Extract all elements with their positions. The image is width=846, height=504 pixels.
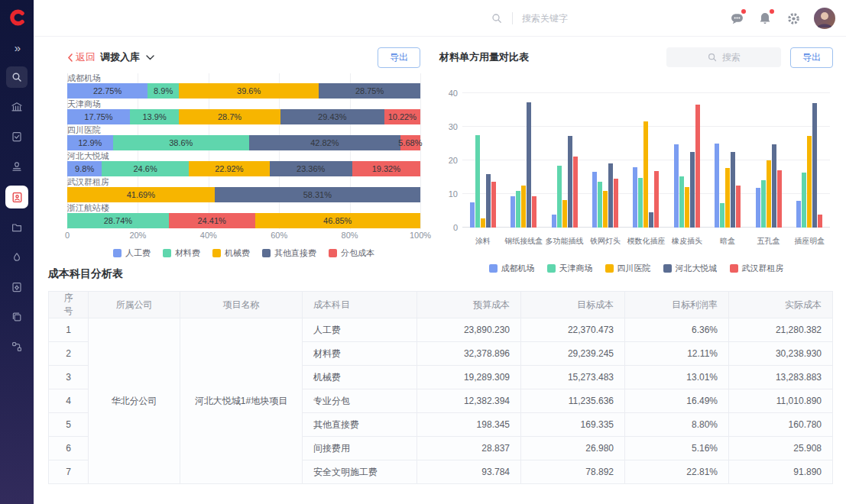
bar [756, 188, 760, 228]
bar [557, 166, 562, 228]
legend-item[interactable]: 机械费 [212, 247, 250, 259]
clipboard-gear-icon [11, 281, 23, 293]
sidebar-item-search[interactable] [6, 66, 28, 88]
legend-label: 材料费 [175, 247, 200, 259]
bar-segment: 23.36% [270, 161, 352, 176]
brand-c-icon [7, 8, 27, 27]
table-cell: 93.784 [417, 460, 521, 484]
bar [772, 144, 776, 228]
table-header-row: 序号所属公司项目名称成本科目预算成本目标成本目标利润率实际成本 [49, 292, 833, 318]
bar-segment: 46.85% [255, 213, 420, 228]
bar [633, 167, 637, 228]
clipboard-user-icon [11, 191, 24, 204]
sidebar-item-workflow[interactable] [6, 336, 28, 357]
settings-button[interactable] [786, 11, 801, 26]
table-cell: 28.837 [417, 437, 521, 460]
global-search[interactable]: 搜索关键字 [491, 0, 568, 37]
category-label: 天津商场 [67, 99, 420, 109]
sidebar-item-clipboard-check[interactable] [6, 126, 28, 147]
legend-swatch [163, 249, 171, 257]
sidebar-item-stamp[interactable] [6, 156, 28, 177]
column-header: 目标成本 [521, 292, 625, 318]
bar-segment: 28.74% [67, 213, 169, 228]
legend-swatch [212, 249, 221, 257]
chevron-down-icon[interactable] [146, 55, 154, 60]
bar [649, 212, 653, 228]
material-panel-header: 材料单方用量对比表 搜索 导出 [439, 46, 833, 69]
bar-segment: 19.32% [352, 161, 420, 176]
bar-group [585, 93, 625, 228]
bar-group [748, 93, 789, 228]
table-cell: 7 [49, 460, 89, 484]
table-cell: 11,235.636 [521, 389, 625, 413]
table-cell: 91.890 [729, 460, 833, 484]
bar-segment: 39.6% [179, 83, 319, 99]
bar [491, 182, 496, 228]
bar [638, 178, 643, 228]
legend-item[interactable]: 分包成本 [329, 247, 374, 259]
x-tick-label: 多功能插线 [544, 231, 585, 246]
app-root: » [0, 0, 846, 504]
transfer-export-button[interactable]: 导出 [378, 47, 420, 68]
notifications-button[interactable] [757, 11, 773, 26]
material-panel: 材料单方用量对比表 搜索 导出 010203040 涂料钢纸接线盒多功能插线铁网… [439, 46, 833, 274]
bar-segment: 24.6% [102, 161, 189, 176]
column-header: 预算成本 [417, 292, 521, 318]
table-cell: 12.11% [625, 342, 729, 366]
bar-segment: 28.75% [319, 83, 420, 99]
sidebar-item-bank[interactable] [6, 96, 28, 118]
bar-group [503, 93, 543, 228]
table-cell: 专业分包 [303, 389, 417, 413]
transfer-title[interactable]: 调拨入库 [100, 50, 140, 64]
back-label: 返回 [76, 50, 96, 64]
messages-button[interactable] [729, 11, 744, 26]
divider [512, 12, 513, 24]
bar [767, 160, 771, 228]
table-row: 1华北分公司河北大悦城1#地块项目人工费23,890.23022,370.473… [49, 318, 833, 342]
column-header: 成本科目 [303, 292, 417, 318]
bar [486, 174, 491, 228]
bar-group [626, 93, 666, 228]
back-button[interactable]: 返回 [67, 50, 96, 64]
bar-segment: 17.75% [67, 109, 130, 124]
material-export-button[interactable]: 导出 [790, 47, 833, 68]
avatar[interactable] [814, 8, 835, 29]
transfer-panel-header: 返回 调拨入库 导出 [67, 46, 420, 69]
table-cell: 1 [49, 318, 89, 342]
legend-item[interactable]: 其他直接费 [262, 247, 316, 259]
sidebar-item-copy[interactable] [6, 306, 28, 328]
material-search-input[interactable]: 搜索 [666, 47, 781, 67]
legend-item[interactable]: 材料费 [163, 247, 200, 259]
stacked-bar: 22.75%8.9%39.6%28.75% [67, 83, 420, 99]
stacked-bar-row: 四川医院12.9%38.6%42.82%5.68% [67, 125, 420, 151]
legend-label: 分包成本 [341, 247, 374, 259]
bar [679, 176, 684, 228]
bar [481, 218, 485, 228]
sidebar-item-clipboard-gear[interactable] [6, 276, 28, 298]
table-cell: 29,239.245 [521, 342, 625, 366]
stacked-bar-chart: 成都机场22.75%8.9%39.6%28.75%天津商场17.75%13.9%… [67, 73, 420, 259]
column-header: 实际成本 [729, 292, 833, 318]
sidebar-expand-button[interactable]: » [15, 41, 19, 54]
bar-group [544, 93, 585, 228]
bar [470, 202, 475, 228]
clipboard-check-icon [11, 131, 23, 143]
chart-plot-area: 010203040 [462, 93, 830, 228]
bar [562, 200, 567, 228]
bar [731, 152, 735, 228]
table-cell: 6 [49, 437, 89, 460]
sidebar-item-folder[interactable] [6, 217, 28, 238]
stacked-bar: 28.74%24.41%46.85% [67, 213, 420, 228]
table-cell: 安全文明施工费 [303, 460, 417, 484]
bar-segment: 12.9% [67, 135, 113, 150]
sidebar-item-droplet[interactable] [6, 247, 28, 268]
table-cell: 河北大悦城1#地块项目 [180, 318, 303, 484]
table-cell: 6.36% [625, 318, 729, 342]
stamp-icon [11, 160, 23, 173]
legend-item[interactable]: 人工费 [113, 247, 151, 259]
bar-group [462, 93, 503, 228]
sidebar-item-cost-active[interactable] [5, 186, 28, 208]
bar [592, 172, 597, 228]
bar [720, 203, 724, 228]
category-label: 河北大悦城 [67, 151, 420, 161]
